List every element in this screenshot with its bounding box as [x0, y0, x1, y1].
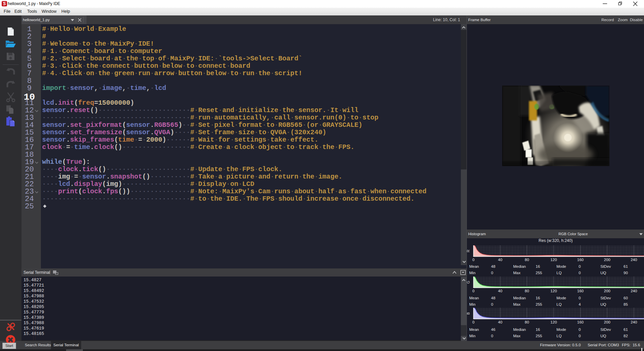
svg-text:200: 200 [604, 289, 610, 293]
svg-text:80: 80 [525, 320, 529, 324]
svg-text:240: 240 [631, 320, 637, 324]
svg-text:0: 0 [472, 320, 474, 324]
svg-text:120: 120 [550, 320, 557, 324]
svg-text:120: 120 [550, 258, 557, 262]
svg-text:160: 160 [577, 320, 584, 324]
svg-text:120: 120 [550, 289, 557, 293]
svg-text:R: R [467, 250, 470, 252]
svg-text:240: 240 [631, 289, 637, 293]
svg-text:200: 200 [604, 258, 610, 262]
svg-text:160: 160 [577, 289, 584, 293]
svg-text:G: G [467, 281, 470, 284]
svg-text:0: 0 [472, 289, 474, 293]
svg-text:240: 240 [631, 258, 637, 262]
svg-text:160: 160 [577, 258, 584, 262]
svg-text:40: 40 [498, 320, 502, 324]
svg-text:80: 80 [525, 289, 529, 293]
svg-text:0: 0 [472, 258, 474, 262]
svg-text:80: 80 [525, 258, 529, 262]
svg-text:40: 40 [498, 289, 502, 293]
svg-text:40: 40 [498, 258, 502, 262]
svg-text:200: 200 [604, 320, 610, 324]
svg-text:B: B [467, 312, 470, 314]
